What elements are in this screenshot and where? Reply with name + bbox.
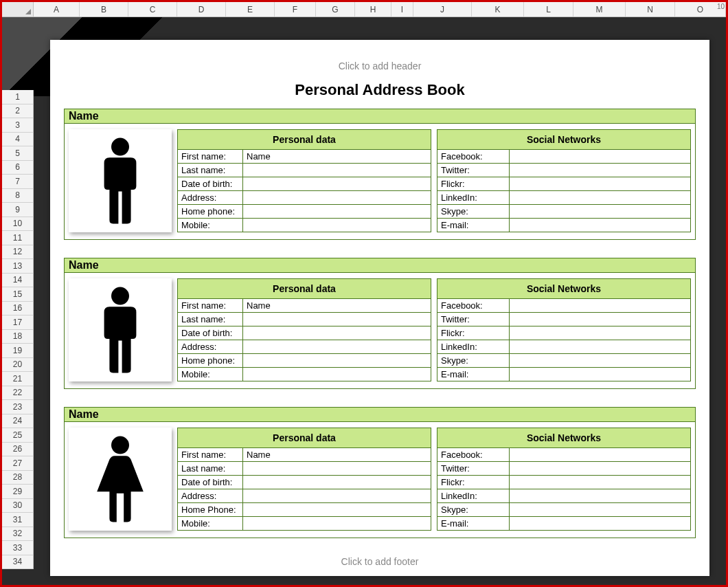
field-value[interactable] (243, 326, 431, 340)
row-header-2[interactable]: 2 (2, 104, 33, 119)
column-header-h[interactable]: H (355, 2, 391, 16)
row-header-9[interactable]: 9 (2, 203, 33, 217)
column-header-m[interactable]: M (573, 2, 626, 16)
field-value[interactable] (243, 313, 431, 326)
column-header-b[interactable]: B (80, 2, 128, 16)
row-header-19[interactable]: 19 (2, 344, 33, 358)
row-header-12[interactable]: 12 (2, 245, 33, 260)
field-value[interactable] (510, 368, 691, 381)
male-avatar[interactable] (69, 129, 172, 232)
footer-placeholder[interactable]: Click to add footer (64, 556, 696, 573)
row-header-1[interactable]: 1 (2, 90, 33, 104)
field-value[interactable] (510, 299, 691, 313)
name-bar[interactable]: Name (65, 408, 695, 422)
field-value[interactable] (243, 340, 431, 354)
row-header-13[interactable]: 13 (2, 259, 33, 274)
field-label: Address: (178, 340, 243, 354)
row-header-11[interactable]: 11 (2, 231, 33, 245)
row-header-30[interactable]: 30 (2, 499, 33, 513)
row-header-5[interactable]: 5 (2, 146, 33, 161)
row-header-29[interactable]: 29 (2, 485, 33, 499)
row-header-7[interactable]: 7 (2, 175, 33, 189)
field-value[interactable] (510, 191, 691, 205)
field-value[interactable] (510, 150, 691, 164)
row-header-27[interactable]: 27 (2, 456, 33, 471)
row-header-33[interactable]: 33 (2, 541, 33, 555)
row-header-20[interactable]: 20 (2, 358, 33, 373)
field-value[interactable] (510, 462, 691, 476)
row-header-16[interactable]: 16 (2, 302, 33, 316)
row-header-15[interactable]: 15 (2, 287, 33, 302)
field-value[interactable] (510, 164, 691, 177)
field-label: E-mail: (437, 368, 510, 381)
column-header-d[interactable]: D (177, 2, 226, 16)
field-value[interactable] (510, 313, 691, 326)
name-bar[interactable]: Name (65, 258, 695, 273)
header-placeholder[interactable]: Click to add header (64, 60, 696, 77)
field-value[interactable] (510, 354, 691, 368)
column-header-k[interactable]: K (472, 2, 524, 16)
column-header-c[interactable]: C (128, 2, 177, 16)
field-value[interactable] (510, 476, 691, 489)
female-avatar[interactable] (69, 428, 172, 531)
field-value[interactable] (243, 354, 431, 368)
field-value[interactable] (510, 219, 691, 232)
row-header-23[interactable]: 23 (2, 400, 33, 414)
field-value[interactable] (510, 177, 691, 191)
field-value[interactable] (243, 476, 431, 489)
row-header-21[interactable]: 21 (2, 372, 33, 386)
row-gutter[interactable]: 1234567891011121314151617181920212223242… (2, 90, 34, 569)
field-value[interactable] (243, 219, 431, 232)
personal-table: Personal dataFirst name:NameLast name:Da… (177, 428, 431, 531)
field-value[interactable] (243, 503, 431, 517)
field-value[interactable] (510, 448, 691, 462)
column-header-f[interactable]: F (275, 2, 316, 16)
row-header-32[interactable]: 32 (2, 527, 33, 542)
field-value[interactable]: Name (243, 448, 431, 462)
row-header-8[interactable]: 8 (2, 189, 33, 203)
field-value[interactable] (243, 205, 431, 219)
row-header-24[interactable]: 24 (2, 414, 33, 429)
row-header-31[interactable]: 31 (2, 513, 33, 527)
row-header-10[interactable]: 10 (2, 217, 33, 232)
field-value[interactable] (243, 191, 431, 205)
row-header-22[interactable]: 22 (2, 386, 33, 401)
select-all-corner[interactable] (2, 2, 34, 16)
row-header-3[interactable]: 3 (2, 118, 33, 133)
row-header-28[interactable]: 28 (2, 471, 33, 485)
row-header-26[interactable]: 26 (2, 443, 33, 457)
field-label: First name: (178, 299, 243, 313)
column-ruler[interactable]: ABCDEFGHIJKLMNO 10 (2, 2, 726, 17)
field-value[interactable] (243, 517, 431, 531)
column-header-e[interactable]: E (226, 2, 275, 16)
column-header-l[interactable]: L (524, 2, 573, 16)
field-value[interactable] (510, 340, 691, 354)
column-header-n[interactable]: N (626, 2, 675, 16)
field-value[interactable]: Name (243, 299, 431, 313)
field-value[interactable] (510, 517, 691, 531)
field-value[interactable] (243, 368, 431, 381)
field-value[interactable] (243, 177, 431, 191)
row-header-4[interactable]: 4 (2, 133, 33, 147)
social-header: Social Networks (437, 130, 691, 150)
field-value[interactable] (510, 326, 691, 340)
column-header-g[interactable]: G (316, 2, 355, 16)
field-value[interactable] (243, 489, 431, 503)
row-header-25[interactable]: 25 (2, 428, 33, 443)
column-header-i[interactable]: I (391, 2, 413, 16)
field-value[interactable] (243, 164, 431, 177)
row-header-17[interactable]: 17 (2, 315, 33, 330)
row-header-14[interactable]: 14 (2, 274, 33, 288)
name-bar[interactable]: Name (65, 109, 695, 124)
field-value[interactable] (243, 462, 431, 476)
field-value[interactable] (510, 205, 691, 219)
male-avatar[interactable] (69, 278, 172, 381)
column-header-a[interactable]: A (34, 2, 80, 16)
field-value[interactable] (510, 489, 691, 503)
row-header-6[interactable]: 6 (2, 161, 33, 175)
field-value[interactable]: Name (243, 150, 431, 164)
column-header-j[interactable]: J (413, 2, 472, 16)
row-header-34[interactable]: 34 (2, 555, 33, 570)
field-value[interactable] (510, 503, 691, 517)
row-header-18[interactable]: 18 (2, 330, 33, 344)
